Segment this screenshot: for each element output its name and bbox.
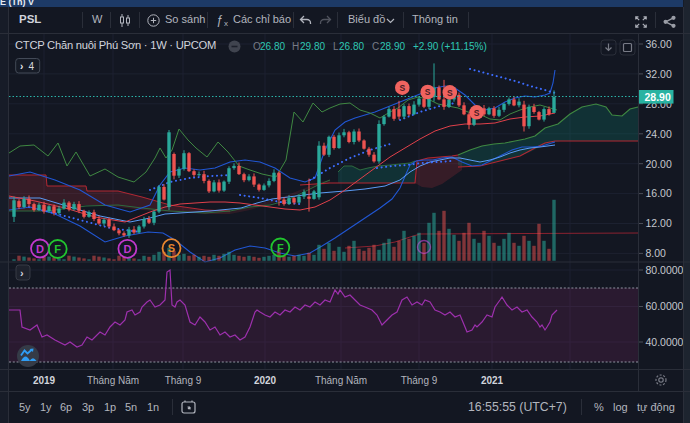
svg-text:40.0000: 40.0000: [646, 336, 684, 348]
svg-text:80.0000: 80.0000: [646, 264, 684, 276]
svg-text:Tháng 9: Tháng 9: [401, 375, 438, 386]
svg-text:›: ›: [20, 61, 23, 72]
svg-text:E (Th) V: E (Th) V: [0, 0, 34, 7]
svg-text:2019: 2019: [33, 375, 56, 386]
svg-text:›: ›: [20, 267, 24, 279]
svg-text:24.00: 24.00: [646, 128, 672, 140]
svg-text:60.0000: 60.0000: [646, 300, 684, 312]
svg-text:4: 4: [29, 61, 35, 72]
svg-text:Tháng Năm: Tháng Năm: [315, 375, 367, 386]
svg-text:28.90: 28.90: [645, 91, 671, 103]
svg-text:2020: 2020: [254, 375, 277, 386]
svg-text:S: S: [474, 108, 480, 118]
svg-text:S: S: [399, 83, 405, 93]
svg-text:Tháng 9: Tháng 9: [165, 375, 202, 386]
svg-text:D: D: [36, 243, 44, 255]
svg-text:F: F: [277, 242, 284, 254]
svg-text:16.00: 16.00: [646, 187, 672, 199]
svg-text:12.00: 12.00: [646, 217, 672, 229]
svg-text:32.00: 32.00: [646, 68, 672, 80]
svg-text:S: S: [425, 87, 431, 97]
svg-text:D: D: [123, 243, 131, 255]
svg-text:8.00: 8.00: [646, 247, 667, 259]
svg-text:2021: 2021: [481, 375, 504, 386]
svg-text:Tháng Năm: Tháng Năm: [87, 375, 139, 386]
svg-text:S: S: [168, 242, 175, 254]
svg-text:20.00: 20.00: [646, 158, 672, 170]
svg-text:F: F: [54, 243, 61, 255]
svg-text:S: S: [447, 88, 453, 98]
